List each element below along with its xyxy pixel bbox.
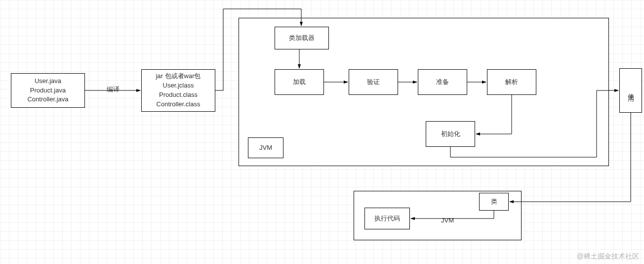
- exec-box: 执行代码: [364, 208, 410, 229]
- jvm-label-box: JVM: [248, 137, 283, 158]
- verify-text: 验证: [367, 78, 380, 87]
- jar-box: jar 包或者war包 User.jclass Product.class Co…: [141, 69, 215, 112]
- class-box: 类: [479, 193, 509, 211]
- prepare-box: 准备: [418, 69, 467, 95]
- init-text: 初始化: [441, 130, 460, 139]
- class-text: 类: [491, 197, 497, 207]
- jvm2-label: JVM: [441, 217, 454, 224]
- resolve-text: 解析: [505, 78, 518, 87]
- prepare-text: 准备: [436, 78, 449, 87]
- verify-box: 验证: [349, 69, 398, 95]
- watermark: @稀土掘金技术社区: [577, 252, 639, 261]
- use-box: 使用: [619, 68, 642, 113]
- source-files-box: User.java Product.java Controller.java: [11, 73, 85, 108]
- source-files-text: User.java Product.java Controller.java: [27, 77, 68, 105]
- classloader-text: 类加载器: [289, 34, 315, 43]
- load-box: 加载: [275, 69, 324, 95]
- resolve-box: 解析: [487, 69, 536, 95]
- jar-text: jar 包或者war包 User.jclass Product.class Co…: [156, 72, 201, 109]
- compile-label: 编译: [107, 85, 120, 94]
- init-box: 初始化: [426, 121, 475, 147]
- use-text: 使用: [626, 88, 636, 92]
- exec-text: 执行代码: [374, 214, 400, 223]
- classloader-box: 类加载器: [275, 27, 329, 49]
- load-text: 加载: [293, 78, 306, 87]
- jvm-label: JVM: [259, 143, 272, 153]
